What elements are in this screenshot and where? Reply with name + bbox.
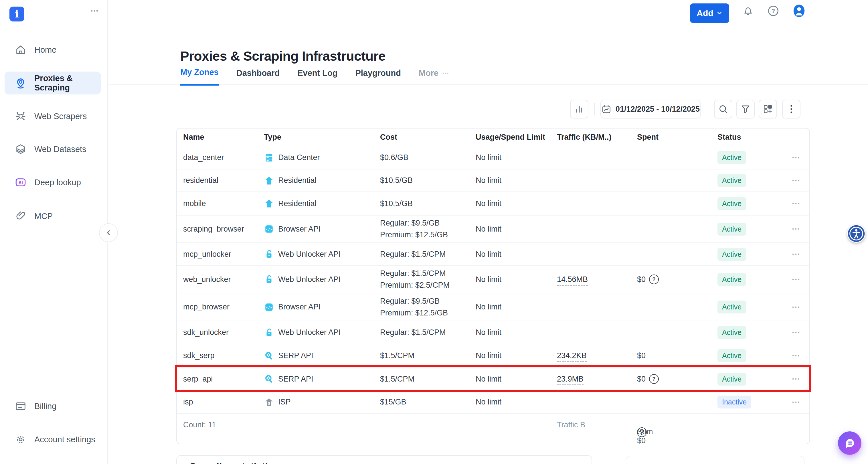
zone-name: data_center [177,153,260,162]
traffic-value[interactable]: 234.2KB [557,351,587,362]
status-badge: Active [717,248,746,261]
home-icon [14,43,27,56]
help-icon[interactable]: ? [637,427,647,437]
col-spent: Spent [635,133,714,142]
bottom-left-card: Spending statistics [176,455,592,464]
row-menu-button[interactable] [791,397,801,407]
status-badge: Active [717,326,746,339]
tab-more[interactable]: More [419,67,449,86]
help-icon[interactable]: ? [649,374,659,384]
sidebar: i Home Proxies & Scraping Web Scrapers [0,0,107,464]
chart-view-button[interactable] [570,100,588,119]
row-menu-button[interactable] [791,224,801,234]
row-menu-button[interactable] [791,199,801,208]
tab-label: More [419,68,438,78]
traffic-value[interactable]: 23.9MB [557,375,584,385]
help-icon[interactable]: ? [649,275,659,284]
table-row[interactable]: sdk_unlocker Web Unlocker API Regular: $… [177,320,809,344]
row-menu-button[interactable] [791,302,801,312]
sidebar-item-label: Web Datasets [34,145,86,154]
table-row[interactable]: isp $ISP $15/GB No limit Inactive [177,391,809,413]
table-menu-button[interactable] [782,100,801,119]
table-row[interactable]: mcp_unlocker Web Unlocker API Regular: $… [177,243,809,265]
sidebar-menu-button[interactable] [88,5,101,17]
row-menu-button[interactable] [791,351,801,361]
zone-type: SERP API [278,351,313,360]
zone-cost: Regular: $1.5/CPM [380,327,476,338]
add-button[interactable]: Add [690,3,729,23]
notifications-button[interactable] [741,4,755,18]
table-row[interactable]: scraping_browser </>Browser API Regular:… [177,215,809,243]
sidebar-collapse-button[interactable] [99,223,118,242]
bar-chart-icon [574,104,585,115]
help-button[interactable]: ? [766,4,780,18]
row-menu-button[interactable] [791,153,801,163]
traffic-value[interactable]: 14.56MB [557,275,588,286]
avatar-icon [792,4,806,18]
table-row[interactable]: mobile Residential $10.5/GB No limit Act… [177,191,809,215]
zone-limit: No limit [476,375,555,383]
sidebar-item-billing[interactable]: Billing [0,395,107,417]
bell-icon [742,4,755,18]
zone-name: scraping_browser [177,225,260,234]
sidebar-item-deep-lookup[interactable]: AI Deep lookup [0,171,107,193]
layers-icon [14,143,27,155]
row-menu-button[interactable] [791,249,801,259]
col-cost: Cost [380,131,476,143]
search-button[interactable] [714,100,732,119]
table-row[interactable]: sdk_serp SERP API $1.5/CPM No limit 234.… [177,344,809,367]
sidebar-item-mcp[interactable]: MCP [0,205,107,227]
svg-text:AI: AI [18,180,23,185]
brand-logo[interactable]: i [9,7,24,22]
sidebar-item-web-datasets[interactable]: Web Datasets [0,138,107,160]
table-row[interactable]: web_unlocker Web Unlocker API Regular: $… [177,265,809,293]
accessibility-icon [847,224,865,243]
ellipsis-icon [90,6,99,16]
filter-button[interactable] [736,100,755,119]
sidebar-item-label: Home [34,45,56,55]
chat-bubble-icon [843,437,856,450]
svg-text:?: ? [772,8,775,14]
row-menu-button[interactable] [791,328,801,338]
table-row[interactable]: residential Residential $10.5/GB No limi… [177,169,809,191]
accessibility-button[interactable] [847,224,865,243]
columns-button[interactable] [759,100,777,119]
sidebar-item-proxies-scraping[interactable]: Proxies & Scraping [5,71,101,94]
status-badge: Active [717,223,746,236]
sidebar-item-label: MCP [34,212,53,221]
sidebar-item-home[interactable]: Home [0,39,107,61]
card-title: Spending statistics [189,461,279,464]
serp-api-icon [264,351,274,361]
zone-name: residential [177,176,260,185]
spent-value: $0 [637,275,646,284]
col-limit: Usage/Spend Limit [476,133,555,142]
chat-widget-button[interactable] [838,431,861,455]
tab-playground[interactable]: Playground [355,67,401,86]
filter-icon [740,104,751,115]
gear-icon [14,433,27,446]
row-menu-button[interactable] [791,176,801,185]
zone-type: Residential [278,199,316,208]
tab-dashboard[interactable]: Dashboard [237,67,280,86]
zone-type: SERP API [278,375,313,383]
sidebar-item-account-settings[interactable]: Account settings [0,428,107,451]
table-row[interactable]: mcp_browser </>Browser API Regular: $9.5… [177,293,809,320]
svg-text:$: $ [268,401,270,405]
row-menu-button[interactable] [791,275,801,284]
zone-type: ISP [278,398,291,406]
table-row-highlighted[interactable]: serp_api SERP API $1.5/CPM No limit 23.9… [177,367,809,391]
zone-limit: No limit [476,153,555,162]
tab-my-zones[interactable]: My Zones [180,67,219,86]
sidebar-item-web-scrapers[interactable]: Web Scrapers [0,105,107,127]
tab-label: My Zones [180,67,219,77]
zone-cost: $1.5/CPM [380,373,476,385]
zone-name: serp_api [177,375,260,383]
user-avatar[interactable] [792,4,806,18]
sidebar-item-label: Account settings [34,435,95,444]
date-range-picker[interactable]: 01/12/2025 - 10/12/2025 [600,100,701,119]
tab-event-log[interactable]: Event Log [297,67,337,86]
table-row[interactable]: data_center Data Center $0.6/GB No limit… [177,146,809,169]
zone-cost: $15/GB [380,396,476,408]
zone-limit: No limit [476,225,555,234]
row-menu-button[interactable] [791,374,801,384]
